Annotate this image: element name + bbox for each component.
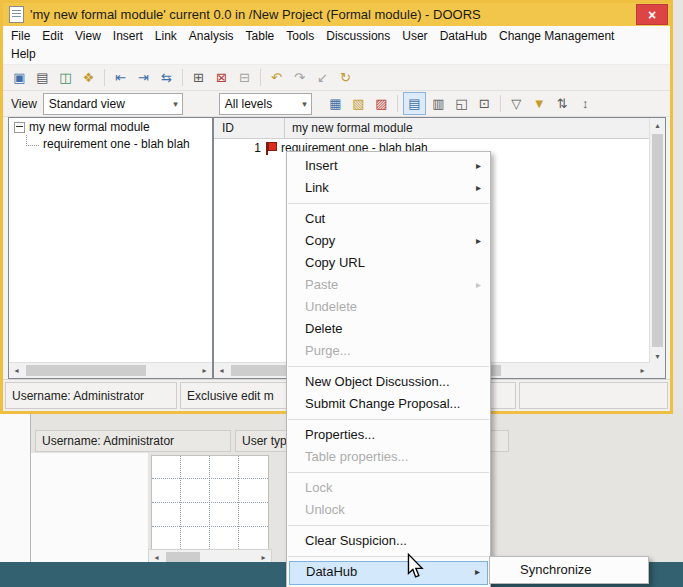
- window-title: 'my new formal module' current 0.0 in /N…: [30, 7, 481, 22]
- purge-object-icon[interactable]: ⊟: [234, 67, 255, 88]
- menu-item-label: Copy: [305, 233, 335, 248]
- scroll-down-icon[interactable]: ▾: [650, 349, 665, 363]
- view-combo[interactable]: Standard view ▾: [43, 93, 183, 115]
- menu-item-label: Link: [305, 180, 329, 195]
- menu-analysis[interactable]: Analysis: [183, 29, 240, 43]
- menu-item-copy-url[interactable]: Copy URL: [287, 252, 490, 274]
- menu-item-delete[interactable]: Delete: [287, 318, 490, 340]
- document-view-icon[interactable]: ▥: [428, 93, 449, 114]
- outline-view-icon[interactable]: ▤: [403, 92, 426, 115]
- levels-combo-value: All levels: [225, 97, 272, 111]
- menu-item-copy[interactable]: Copy▸: [287, 230, 490, 252]
- scroll-right-icon[interactable]: ▸: [197, 364, 212, 378]
- scrollbar-thumb[interactable]: [26, 365, 146, 376]
- background-grid-panel: [151, 455, 269, 550]
- menu-user[interactable]: User: [396, 29, 433, 43]
- menu-separator: [288, 366, 489, 367]
- submenu-arrow-icon: ▸: [476, 274, 481, 296]
- background-pane: [31, 453, 148, 562]
- in-links-icon[interactable]: ↙: [312, 67, 333, 88]
- tree-item-requirement[interactable]: requirement one - blah blah: [9, 135, 212, 152]
- toolbar-separator: [500, 95, 501, 112]
- module-icon: [9, 6, 24, 23]
- indent-icon[interactable]: ⇥: [133, 67, 154, 88]
- menu-item-submit-change-proposal[interactable]: Submit Change Proposal...: [287, 393, 490, 415]
- menu-edit[interactable]: Edit: [36, 29, 69, 43]
- scrollbar-track[interactable]: [24, 363, 197, 378]
- levels-combo[interactable]: All levels ▾: [219, 93, 312, 115]
- column-view-icon[interactable]: ⊡: [474, 93, 495, 114]
- advanced-filter-icon[interactable]: ▼: [529, 93, 550, 114]
- menu-help[interactable]: Help: [5, 47, 42, 61]
- tree-horizontal-scrollbar[interactable]: ◂ ▸: [9, 362, 212, 378]
- menu-file[interactable]: File: [5, 29, 36, 43]
- scrollbar-thumb[interactable]: [166, 552, 200, 562]
- menu-item-label: Insert: [305, 158, 338, 173]
- menu-item-undelete: Undelete: [287, 296, 490, 318]
- menu-item-properties[interactable]: Properties...: [287, 424, 490, 446]
- menu-item-cut[interactable]: Cut: [287, 208, 490, 230]
- graphics-view-icon[interactable]: ◱: [451, 93, 472, 114]
- toolbar-separator: [104, 69, 105, 86]
- scrollbar-track[interactable]: [650, 132, 665, 349]
- print-icon[interactable]: ▤: [32, 67, 53, 88]
- link-forward-icon[interactable]: ↷: [289, 67, 310, 88]
- edit-attributes-icon[interactable]: ❖: [78, 67, 99, 88]
- delete-object-icon[interactable]: ⊠: [211, 67, 232, 88]
- collapse-icon[interactable]: [14, 122, 25, 133]
- menu-table[interactable]: Table: [240, 29, 281, 43]
- chevron-down-icon: ▾: [169, 99, 182, 109]
- menu-link[interactable]: Link: [149, 29, 183, 43]
- scroll-up-icon[interactable]: ▴: [650, 118, 665, 132]
- mouse-cursor: [407, 553, 425, 579]
- table-remove-icon[interactable]: ▨: [371, 93, 392, 114]
- toolbar-separator: [397, 95, 398, 112]
- table-split-icon[interactable]: ▧: [348, 93, 369, 114]
- link-back-icon[interactable]: ↶: [266, 67, 287, 88]
- menu-separator: [288, 556, 489, 557]
- view-label: View: [11, 97, 37, 111]
- menu-item-link[interactable]: Link▸: [287, 177, 490, 199]
- outdent-icon[interactable]: ⇤: [110, 67, 131, 88]
- menu-insert[interactable]: Insert: [107, 29, 149, 43]
- column-header-module[interactable]: my new formal module: [285, 118, 650, 138]
- scroll-left-icon[interactable]: ◂: [9, 364, 24, 378]
- az-sort-icon[interactable]: ↕: [575, 93, 596, 114]
- menu-item-synchronize[interactable]: Synchronize: [490, 559, 648, 581]
- status-spare: [519, 382, 668, 409]
- menu-item-label: Delete: [305, 321, 343, 336]
- move-object-icon[interactable]: ⇆: [156, 67, 177, 88]
- menu-discussions[interactable]: Discussions: [320, 29, 396, 43]
- tree-item-root[interactable]: my new formal module: [9, 118, 212, 135]
- grid-vertical-scrollbar[interactable]: ▴ ▾: [649, 118, 665, 363]
- menu-item-datahub[interactable]: DataHub▸: [289, 561, 488, 585]
- scroll-right-icon[interactable]: ▸: [635, 364, 650, 378]
- menu-change-management[interactable]: Change Management: [493, 29, 620, 43]
- menu-item-insert[interactable]: Insert▸: [287, 155, 490, 177]
- object-id-cell: 1: [214, 141, 277, 155]
- submenu-arrow-icon: ▸: [476, 155, 481, 177]
- menu-item-table-properties: Table properties...: [287, 446, 490, 468]
- column-header-id[interactable]: ID: [214, 118, 285, 138]
- sort-icon[interactable]: ⇅: [552, 93, 573, 114]
- scrollbar-thumb[interactable]: [652, 134, 663, 347]
- refresh-links-icon[interactable]: ↻: [335, 67, 356, 88]
- menu-separator: [288, 419, 489, 420]
- chevron-down-icon: ▾: [298, 99, 311, 109]
- table-add-icon[interactable]: ▦: [325, 93, 346, 114]
- toolbar-main: ▣ ▤ ◫ ❖ ⇤ ⇥ ⇆ ⊞ ⊠ ⊟ ↶ ↷ ↙ ↻: [3, 65, 670, 91]
- menu-tools[interactable]: Tools: [280, 29, 320, 43]
- close-button[interactable]: ×: [636, 4, 668, 25]
- save-icon[interactable]: ▣: [9, 67, 30, 88]
- menu-item-label: Cut: [305, 211, 325, 226]
- scroll-left-icon[interactable]: ◂: [214, 364, 229, 378]
- menu-item-new-object-discussion[interactable]: New Object Discussion...: [287, 371, 490, 393]
- toolbar-separator: [260, 69, 261, 86]
- open-module-icon[interactable]: ◫: [55, 67, 76, 88]
- insert-object-icon[interactable]: ⊞: [188, 67, 209, 88]
- menu-view[interactable]: View: [69, 29, 107, 43]
- menu-datahub[interactable]: DataHub: [434, 29, 493, 43]
- menu-item-clear-suspicion[interactable]: Clear Suspicion...: [287, 530, 490, 552]
- titlebar[interactable]: 'my new formal module' current 0.0 in /N…: [3, 3, 670, 26]
- filter-icon[interactable]: ▽: [506, 93, 527, 114]
